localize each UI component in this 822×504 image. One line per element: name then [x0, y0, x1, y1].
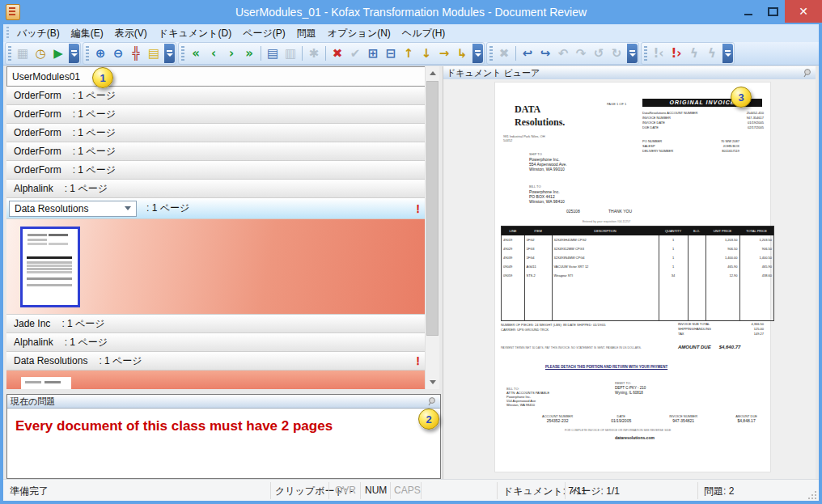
- status-separator: [270, 482, 271, 499]
- document-row[interactable]: Alphalink: 1 ページ: [6, 333, 426, 352]
- previous-document-icon[interactable]: ‹: [205, 44, 222, 62]
- pin-icon[interactable]: [803, 68, 812, 78]
- view-toolbar-overflow-button[interactable]: [164, 44, 175, 63]
- move-page-next-icon[interactable]: ↪: [536, 44, 554, 62]
- first-document-icon[interactable]: «: [187, 44, 205, 62]
- invoice-terms: PAYMENT TERMS NET 30 DAYS. PAY THIS INVO…: [501, 346, 642, 349]
- stub-value: 254352-232: [542, 418, 573, 423]
- table-cell: 906.50: [705, 244, 739, 253]
- table-cell: [739, 280, 774, 321]
- field-value: 02/17/2005: [748, 125, 764, 130]
- page-thumbnail[interactable]: [21, 377, 71, 389]
- menu-item-6[interactable]: オプション(N): [322, 25, 396, 42]
- document-class-label: Alphalink: [14, 183, 53, 194]
- table-cell: 1: [659, 235, 688, 244]
- menu-item-5[interactable]: 問題: [291, 25, 322, 42]
- document-row[interactable]: Data Resolutions: 1 ページ!: [6, 352, 426, 371]
- document-row[interactable]: OrderForm: 1 ページ: [6, 87, 426, 105]
- menu-item-7[interactable]: ヘルプ(H): [396, 25, 451, 42]
- table-cell: 1FG4: [524, 253, 552, 262]
- maximize-button[interactable]: [761, 0, 785, 23]
- class-combobox[interactable]: Data Resolutions: [9, 201, 137, 217]
- problem-message: Every document of this class must have 2…: [15, 418, 440, 434]
- viewer-body: DATA Resolutions. 981 Industrial Park Ni…: [443, 79, 816, 479]
- status-problems: 問題: 2: [704, 485, 734, 498]
- delete-document-icon[interactable]: ✖: [328, 44, 346, 62]
- document-row[interactable]: OrderForm: 1 ページ: [6, 124, 426, 142]
- minimize-button[interactable]: [736, 0, 761, 23]
- zoom-in-icon[interactable]: ⊕: [91, 44, 109, 62]
- last-document-icon[interactable]: »: [240, 44, 258, 62]
- document-class-label: OrderForm: [14, 146, 61, 157]
- menu-bar: バッチ(B)編集(E)表示(V)ドキュメント(D)ページ(P)問題オプション(N…: [3, 24, 819, 42]
- document-row[interactable]: Alphalink: 1 ページ: [6, 180, 426, 198]
- problem-toolbar-overflow-button[interactable]: [722, 44, 733, 63]
- split-document-icon[interactable]: ⊞: [364, 44, 382, 62]
- batch-toolbar-overflow-button[interactable]: [69, 44, 79, 63]
- document-list-scrollbar[interactable]: [425, 66, 439, 389]
- menu-item-3[interactable]: ドキュメント(D): [153, 25, 237, 42]
- document-row[interactable]: OrderForm: 1 ページ: [6, 142, 426, 161]
- menu-item-2[interactable]: 表示(V): [109, 25, 153, 42]
- page-thumbnail-selected[interactable]: [20, 227, 80, 307]
- menu-item-0[interactable]: バッチ(B): [11, 25, 66, 42]
- invoice-website: dataresolutions.com: [615, 435, 655, 440]
- page-toolbar-overflow-button[interactable]: [627, 44, 638, 63]
- fit-page-icon[interactable]: ╬: [127, 44, 145, 62]
- document-row[interactable]: Jade Inc: 1 ページ: [6, 315, 426, 333]
- menu-item-4[interactable]: ページ(P): [237, 25, 291, 42]
- move-document-down-icon[interactable]: ↓: [417, 44, 435, 62]
- document-row[interactable]: OrderForm: 1 ページ: [6, 161, 426, 180]
- document-toolbar-overflow-button[interactable]: [472, 44, 483, 63]
- add-note-icon[interactable]: ▤: [145, 44, 163, 62]
- resize-grip[interactable]: [807, 490, 817, 500]
- zoom-out-icon[interactable]: ⊖: [109, 44, 127, 62]
- field-value: 149.27: [754, 332, 764, 337]
- move-document-last-icon[interactable]: ↳: [453, 44, 471, 62]
- chevron-down-icon: [71, 53, 78, 57]
- window-border-right: [819, 24, 822, 504]
- status-caps: CAPS: [394, 485, 421, 496]
- previous-problem-icon: !‹: [650, 44, 667, 62]
- table-cell: [502, 280, 525, 321]
- scroll-down-button[interactable]: [426, 375, 439, 389]
- status-ovr: OVR: [335, 485, 356, 496]
- status-separator: [421, 482, 422, 499]
- table-cell: 1,400.50: [739, 253, 774, 262]
- table-cell: 09059: [502, 271, 525, 280]
- amount-due-label: AMOUNT DUE: [678, 345, 711, 349]
- move-document-up-icon[interactable]: ↑: [400, 44, 417, 62]
- pin-icon[interactable]: [427, 396, 437, 406]
- batch-node[interactable]: UserModules01: [6, 66, 426, 87]
- table-cell: 49029: [502, 244, 525, 253]
- document-class-label: OrderForm: [14, 108, 61, 120]
- move-page-previous-icon[interactable]: ↩: [519, 44, 536, 62]
- stub-column: AMOUNT DUE$4,848.17: [735, 414, 757, 423]
- chevron-down-icon: [725, 53, 731, 57]
- classify-document-icon[interactable]: ▤: [264, 44, 282, 62]
- invoice-bill-to: BILL TO Powerphone Inc.PO BOX 4412Winsto…: [529, 184, 565, 204]
- menu-items: バッチ(B)編集(E)表示(V)ドキュメント(D)ページ(P)問題オプション(N…: [11, 25, 451, 42]
- document-row-selected[interactable]: Data Resolutions: 1 ページ!: [6, 198, 426, 219]
- table-cell: 12.90: [705, 271, 739, 280]
- close-button[interactable]: ✕: [785, 0, 822, 23]
- move-document-next-icon[interactable]: →: [435, 44, 453, 62]
- document-row[interactable]: OrderForm: 1 ページ: [6, 105, 426, 124]
- document-page-count: : 1 ページ: [61, 317, 104, 331]
- status-separator: [697, 482, 698, 499]
- viewer-panel-header: ドキュメント ビューア: [443, 66, 816, 80]
- menu-item-1[interactable]: 編集(E): [66, 25, 109, 42]
- scrollbar-thumb[interactable]: [426, 81, 439, 336]
- close-batch-icon[interactable]: ▶: [49, 44, 67, 62]
- auto-rotate-page-icon: ↻: [608, 44, 625, 62]
- stub-value: 01/19/2005: [611, 418, 631, 423]
- remit-lines: DEPT C-PKY - 210Wyning, IL 60818: [615, 386, 646, 396]
- class-combobox-value: Data Resolutions: [15, 203, 88, 214]
- scroll-up-button[interactable]: [426, 66, 439, 80]
- next-document-icon[interactable]: ›: [222, 44, 240, 62]
- next-problem-icon[interactable]: !›: [667, 44, 685, 62]
- merge-document-icon[interactable]: ⊟: [382, 44, 400, 62]
- table-header-row: LINEITEMDESCRIPTIONQUANTITYB.O.UNIT PRIC…: [502, 227, 774, 236]
- suspend-batch-icon[interactable]: ◷: [32, 44, 49, 62]
- document-class-label: OrderForm: [14, 127, 61, 138]
